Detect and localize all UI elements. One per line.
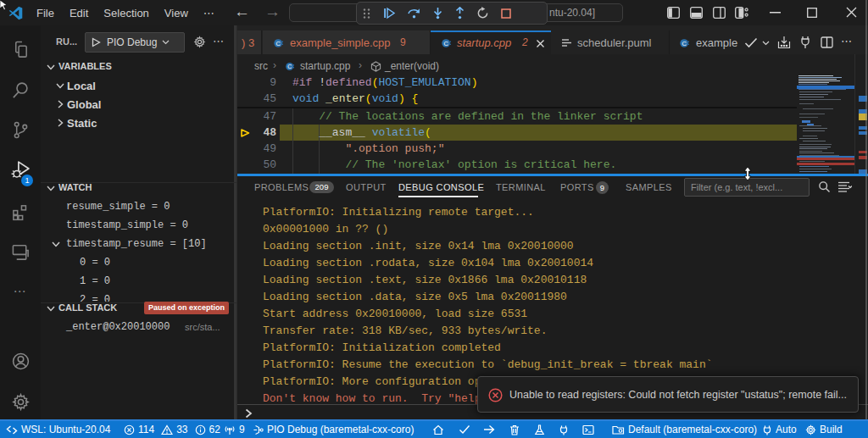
svg-text:C: C [275,40,281,47]
svg-text:C: C [287,64,292,69]
svg-text:C: C [682,40,687,47]
svg-text:C: C [443,40,448,47]
